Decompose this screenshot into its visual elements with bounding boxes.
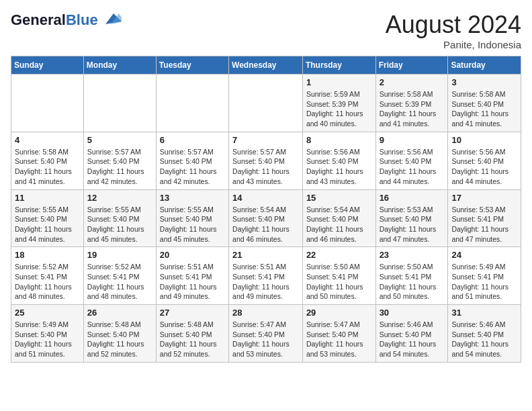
table-row: 12Sunrise: 5:55 AMSunset: 5:40 PMDayligh… [83,189,156,247]
day-number: 9 [380,135,445,145]
day-number: 13 [160,193,225,203]
table-row: 11Sunrise: 5:55 AMSunset: 5:40 PMDayligh… [11,189,84,247]
cell-info: Sunrise: 5:53 AMSunset: 5:40 PMDaylight:… [380,205,445,244]
table-row: 24Sunrise: 5:49 AMSunset: 5:41 PMDayligh… [448,247,521,305]
header-sunday: Sunday [11,56,84,75]
day-number: 20 [160,250,225,260]
day-number: 15 [306,193,372,203]
cell-info: Sunrise: 5:53 AMSunset: 5:41 PMDaylight:… [451,205,517,244]
day-number: 29 [306,308,372,318]
location-subtitle: Panite, Indonesia [386,39,521,50]
table-row: 3Sunrise: 5:58 AMSunset: 5:40 PMDaylight… [448,75,521,132]
title-block: August 2024 Panite, Indonesia [386,11,521,50]
day-number: 21 [232,250,299,260]
header-tuesday: Tuesday [156,56,228,75]
cell-info: Sunrise: 5:57 AMSunset: 5:40 PMDaylight:… [87,147,152,187]
logo-icon [100,8,122,30]
cell-info: Sunrise: 5:47 AMSunset: 5:40 PMDaylight:… [306,320,372,359]
table-row: 29Sunrise: 5:47 AMSunset: 5:40 PMDayligh… [302,305,375,363]
table-row: 21Sunrise: 5:51 AMSunset: 5:41 PMDayligh… [229,247,303,305]
cell-info: Sunrise: 5:52 AMSunset: 5:41 PMDaylight:… [87,262,152,302]
day-number: 27 [160,308,225,318]
table-row: 28Sunrise: 5:47 AMSunset: 5:40 PMDayligh… [229,305,303,363]
day-number: 2 [380,77,445,87]
table-row: 25Sunrise: 5:49 AMSunset: 5:40 PMDayligh… [11,305,84,363]
calendar-week-row: 18Sunrise: 5:52 AMSunset: 5:41 PMDayligh… [11,247,521,305]
day-number: 11 [15,193,80,203]
table-row: 15Sunrise: 5:54 AMSunset: 5:40 PMDayligh… [302,189,375,247]
table-row [83,75,156,132]
table-row: 30Sunrise: 5:46 AMSunset: 5:40 PMDayligh… [375,305,448,363]
day-number: 28 [232,308,299,318]
cell-info: Sunrise: 5:55 AMSunset: 5:40 PMDaylight:… [87,205,152,244]
table-row: 31Sunrise: 5:46 AMSunset: 5:40 PMDayligh… [448,305,521,363]
table-row: 19Sunrise: 5:52 AMSunset: 5:41 PMDayligh… [83,247,156,305]
day-number: 12 [87,193,152,203]
month-year-title: August 2024 [386,11,521,39]
table-row: 22Sunrise: 5:50 AMSunset: 5:41 PMDayligh… [302,247,375,305]
day-number: 26 [87,308,152,318]
cell-info: Sunrise: 5:56 AMSunset: 5:40 PMDaylight:… [380,147,445,187]
day-number: 6 [160,135,225,145]
calendar-table: Sunday Monday Tuesday Wednesday Thursday… [11,56,521,363]
day-number: 5 [87,135,152,145]
cell-info: Sunrise: 5:54 AMSunset: 5:40 PMDaylight:… [232,205,299,244]
cell-info: Sunrise: 5:51 AMSunset: 5:41 PMDaylight:… [232,262,299,302]
cell-info: Sunrise: 5:58 AMSunset: 5:39 PMDaylight:… [380,89,445,129]
day-number: 22 [306,250,372,260]
cell-info: Sunrise: 5:47 AMSunset: 5:40 PMDaylight:… [232,320,299,359]
day-number: 24 [451,250,517,260]
calendar-week-row: 11Sunrise: 5:55 AMSunset: 5:40 PMDayligh… [11,189,521,247]
table-row: 17Sunrise: 5:53 AMSunset: 5:41 PMDayligh… [448,189,521,247]
table-row: 14Sunrise: 5:54 AMSunset: 5:40 PMDayligh… [229,189,303,247]
day-number: 1 [306,77,372,87]
table-row: 9Sunrise: 5:56 AMSunset: 5:40 PMDaylight… [375,132,448,189]
table-row: 5Sunrise: 5:57 AMSunset: 5:40 PMDaylight… [83,132,156,189]
table-row: 23Sunrise: 5:50 AMSunset: 5:41 PMDayligh… [375,247,448,305]
cell-info: Sunrise: 5:50 AMSunset: 5:41 PMDaylight:… [380,262,445,302]
table-row: 18Sunrise: 5:52 AMSunset: 5:41 PMDayligh… [11,247,84,305]
header-friday: Friday [375,56,448,75]
cell-info: Sunrise: 5:55 AMSunset: 5:40 PMDaylight:… [160,205,225,244]
cell-info: Sunrise: 5:55 AMSunset: 5:40 PMDaylight:… [15,205,80,244]
day-number: 31 [451,308,517,318]
table-row: 27Sunrise: 5:48 AMSunset: 5:40 PMDayligh… [156,305,228,363]
cell-info: Sunrise: 5:57 AMSunset: 5:40 PMDaylight:… [160,147,225,187]
header-wednesday: Wednesday [229,56,303,75]
day-number: 23 [380,250,445,260]
cell-info: Sunrise: 5:52 AMSunset: 5:41 PMDaylight:… [15,262,80,302]
cell-info: Sunrise: 5:56 AMSunset: 5:40 PMDaylight:… [306,147,372,187]
day-number: 7 [232,135,299,145]
cell-info: Sunrise: 5:58 AMSunset: 5:40 PMDaylight:… [15,147,80,187]
table-row [11,75,84,132]
cell-info: Sunrise: 5:58 AMSunset: 5:40 PMDaylight:… [451,89,517,129]
header-monday: Monday [83,56,156,75]
table-row: 2Sunrise: 5:58 AMSunset: 5:39 PMDaylight… [375,75,448,132]
calendar-week-row: 25Sunrise: 5:49 AMSunset: 5:40 PMDayligh… [11,305,521,363]
table-row [229,75,303,132]
calendar-header-row: Sunday Monday Tuesday Wednesday Thursday… [11,56,521,75]
cell-info: Sunrise: 5:46 AMSunset: 5:40 PMDaylight:… [451,320,517,359]
day-number: 4 [15,135,80,145]
table-row: 16Sunrise: 5:53 AMSunset: 5:40 PMDayligh… [375,189,448,247]
cell-info: Sunrise: 5:49 AMSunset: 5:40 PMDaylight:… [15,320,80,359]
day-number: 17 [451,193,517,203]
logo: GeneralBlue [11,11,122,30]
table-row: 8Sunrise: 5:56 AMSunset: 5:40 PMDaylight… [302,132,375,189]
day-number: 3 [451,77,517,87]
logo-text: GeneralBlue [11,12,98,28]
cell-info: Sunrise: 5:50 AMSunset: 5:41 PMDaylight:… [306,262,372,302]
calendar-week-row: 1Sunrise: 5:59 AMSunset: 5:39 PMDaylight… [11,75,521,132]
table-row: 7Sunrise: 5:57 AMSunset: 5:40 PMDaylight… [229,132,303,189]
table-row: 1Sunrise: 5:59 AMSunset: 5:39 PMDaylight… [302,75,375,132]
cell-info: Sunrise: 5:48 AMSunset: 5:40 PMDaylight:… [87,320,152,359]
cell-info: Sunrise: 5:48 AMSunset: 5:40 PMDaylight:… [160,320,225,359]
header-thursday: Thursday [302,56,375,75]
day-number: 14 [232,193,299,203]
day-number: 19 [87,250,152,260]
table-row: 4Sunrise: 5:58 AMSunset: 5:40 PMDaylight… [11,132,84,189]
cell-info: Sunrise: 5:59 AMSunset: 5:39 PMDaylight:… [306,89,372,129]
day-number: 25 [15,308,80,318]
page-header: GeneralBlue August 2024 Panite, Indonesi… [11,11,521,50]
day-number: 10 [451,135,517,145]
